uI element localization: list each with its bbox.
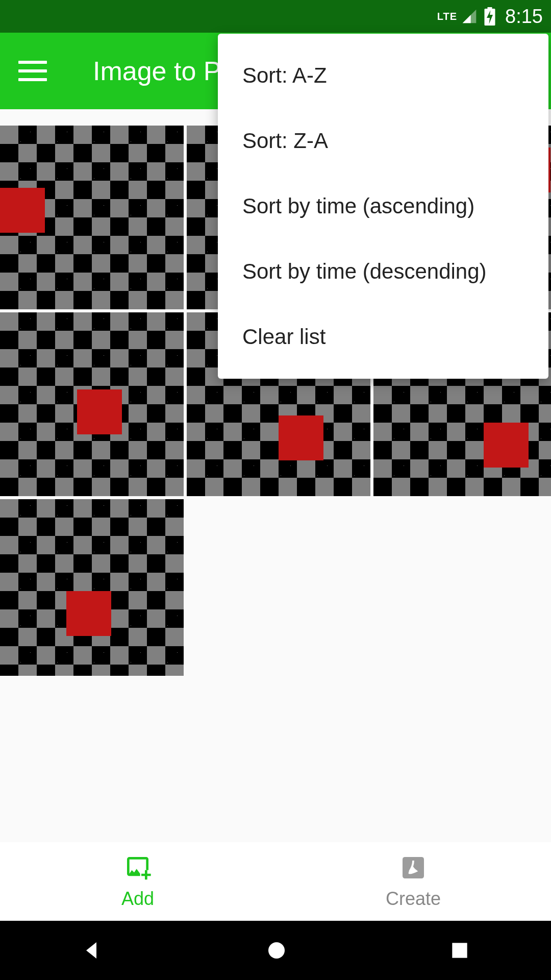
status-bar: LTE 8:15 <box>0 0 551 33</box>
menu-item-sort-time-desc[interactable]: Sort by time (descending) <box>218 239 548 304</box>
add-image-icon <box>123 853 152 884</box>
image-thumbnail[interactable] <box>0 312 184 496</box>
bottom-tab-bar: Add Create <box>0 842 551 921</box>
menu-icon[interactable] <box>18 61 47 81</box>
pdf-icon <box>399 853 428 884</box>
menu-item-clear-list[interactable]: Clear list <box>218 304 548 370</box>
tab-create-label: Create <box>386 888 441 910</box>
tab-create[interactable]: Create <box>276 842 551 921</box>
svg-point-1 <box>268 942 285 959</box>
android-nav-bar <box>0 921 551 980</box>
battery-charging-icon <box>484 7 496 26</box>
image-thumbnail[interactable] <box>0 499 184 676</box>
clock-label: 8:15 <box>505 6 543 28</box>
nav-home-icon[interactable] <box>264 938 289 963</box>
nav-recent-icon[interactable] <box>448 939 471 962</box>
svg-rect-2 <box>453 943 467 958</box>
tab-add[interactable]: Add <box>0 842 276 921</box>
nav-back-icon[interactable] <box>80 938 105 963</box>
menu-item-sort-az[interactable]: Sort: A-Z <box>218 43 548 108</box>
menu-item-sort-time-asc[interactable]: Sort by time (ascending) <box>218 174 548 239</box>
image-thumbnail[interactable] <box>0 126 184 309</box>
tab-add-label: Add <box>121 888 154 910</box>
signal-icon <box>461 8 478 24</box>
content-area: Sort: A-Z Sort: Z-A Sort by time (ascend… <box>0 109 551 842</box>
menu-item-sort-za[interactable]: Sort: Z-A <box>218 108 548 174</box>
network-type-label: LTE <box>437 11 457 22</box>
overflow-menu: Sort: A-Z Sort: Z-A Sort by time (ascend… <box>218 34 548 379</box>
